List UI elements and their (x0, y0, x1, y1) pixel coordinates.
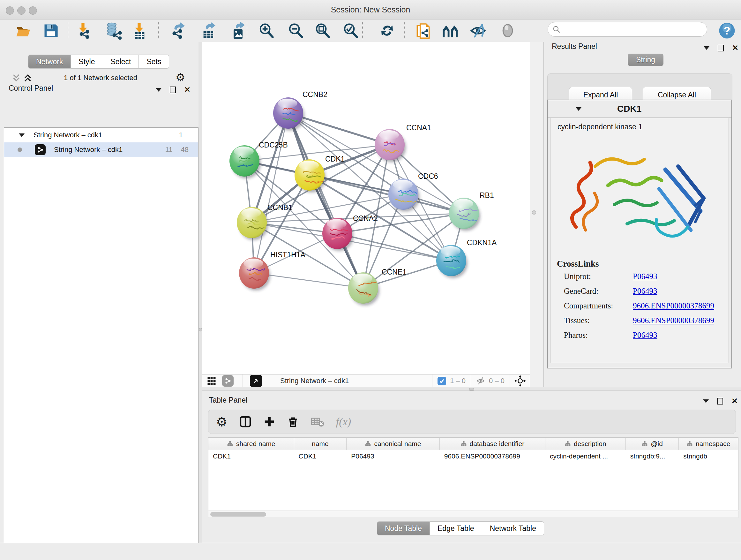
zoom-selected-button[interactable] (340, 21, 360, 41)
tab-string[interactable]: String (628, 54, 664, 66)
selected-checkbox-icon[interactable] (437, 377, 446, 385)
birds-eye-view-icon[interactable] (250, 375, 262, 387)
column-header-name[interactable]: name (294, 438, 347, 450)
open-session-button[interactable] (14, 21, 33, 41)
column-type-icon (227, 441, 233, 447)
results-panel-float-icon[interactable] (718, 45, 724, 51)
scrollbar-thumb[interactable] (210, 512, 266, 516)
import-table-from-file-button[interactable] (129, 21, 149, 41)
tab-select[interactable]: Select (103, 55, 139, 69)
search-input[interactable] (561, 25, 696, 34)
table-cell[interactable]: CDK1 (208, 450, 294, 462)
column-header-label: description (574, 440, 606, 448)
tab-network[interactable]: Network (28, 55, 71, 69)
network-view-title: String Network – cdk1 (280, 377, 349, 385)
column-header-description[interactable]: description (545, 438, 626, 450)
zoom-fit-button[interactable] (313, 21, 332, 41)
gene-collapse-icon[interactable] (576, 107, 582, 111)
crosslink-link[interactable]: P06493 (633, 272, 657, 281)
control-panel-float-icon[interactable] (170, 86, 176, 93)
help-button[interactable]: ? (717, 21, 737, 41)
hidden-eye-slash-icon[interactable] (475, 376, 486, 386)
refresh-view-button[interactable] (377, 21, 397, 41)
import-network-from-database-button[interactable] (104, 21, 124, 41)
svg-text:CDC6: CDC6 (418, 172, 438, 180)
table-cell[interactable]: stringdb:9... (626, 450, 679, 462)
delete-table-icon[interactable] (311, 415, 325, 429)
function-builder-icon[interactable]: f(x) (336, 416, 351, 428)
gene-header-row[interactable]: CDK1 (548, 100, 731, 118)
table-cell[interactable]: CDK1 (294, 450, 347, 462)
first-neighbors-button[interactable] (441, 21, 461, 41)
vertical-splitter-right[interactable] (530, 42, 544, 391)
export-table-button[interactable] (199, 21, 219, 41)
splitter-handle-icon[interactable] (532, 210, 536, 214)
add-column-icon[interactable] (263, 416, 275, 428)
column-header-namespace[interactable]: namespace (679, 438, 738, 450)
show-columns-icon[interactable] (239, 415, 252, 428)
window-title: Session: New Session (0, 5, 741, 14)
import-network-from-file-button[interactable] (73, 21, 93, 41)
delete-column-icon[interactable] (287, 416, 299, 428)
hide-selected-button[interactable] (468, 21, 488, 41)
tab-style[interactable]: Style (71, 55, 103, 69)
table-options-gear-icon[interactable]: ⚙ (216, 415, 227, 428)
zoom-in-button[interactable] (256, 21, 276, 41)
expand-all-networks-button[interactable] (23, 73, 32, 83)
hidden-count: 0 – 0 (489, 377, 504, 385)
tab-edge-table[interactable]: Edge Table (430, 521, 482, 536)
save-session-button[interactable] (41, 21, 61, 41)
table-cell[interactable]: stringdb (679, 450, 738, 462)
show-all-button[interactable] (498, 21, 518, 41)
control-panel-close-icon[interactable]: ✕ (184, 86, 191, 94)
fit-content-crosshair-icon[interactable] (515, 375, 526, 387)
network-badge-icon[interactable] (222, 375, 233, 387)
horizontal-splitter[interactable] (202, 387, 741, 391)
network-options-gear-icon[interactable]: ⚙ (176, 72, 185, 83)
collapse-all-networks-button[interactable] (11, 73, 21, 83)
network-row[interactable]: String Network – cdk1 11 48 (4, 142, 198, 157)
table-cell[interactable]: cyclin-dependent ... (545, 450, 626, 462)
export-network-button[interactable] (168, 21, 188, 41)
control-panel-tabs: Network Style Select Sets (28, 55, 169, 69)
string-network-icon (35, 144, 46, 155)
control-panel-menu-icon[interactable] (156, 88, 161, 91)
network-canvas[interactable]: CCNB2CCNA1CDC25BCDK1CDC6RB1CCNB1CCNA2CDK… (202, 42, 530, 374)
crosslink-label: Compartments: (564, 301, 633, 310)
splitter-handle-icon[interactable] (199, 328, 202, 331)
column-header-shared-name[interactable]: shared name (208, 438, 294, 450)
gene-symbol: CDK1 (617, 104, 642, 114)
collection-collapse-icon[interactable] (19, 133, 24, 137)
results-panel-menu-icon[interactable] (704, 46, 710, 50)
toolbar-search-field[interactable] (548, 22, 707, 37)
splitter-handle-icon[interactable] (469, 388, 474, 391)
zoom-out-button[interactable] (286, 21, 306, 41)
table-panel-float-icon[interactable] (717, 398, 723, 405)
table-cell[interactable]: 9606.ENSP00000378699 (440, 450, 545, 462)
svg-text:CCNA1: CCNA1 (406, 124, 431, 132)
crosslink-link[interactable]: P06493 (633, 287, 657, 296)
network-collection-row[interactable]: String Network – cdk1 1 (4, 128, 198, 142)
tab-network-table[interactable]: Network Table (482, 521, 544, 536)
grid-view-icon[interactable] (207, 376, 216, 386)
new-network-from-selection-button[interactable] (413, 21, 433, 41)
column-header-database-identifier[interactable]: database identifier (440, 438, 545, 450)
table-panel-close-icon[interactable]: ✕ (731, 397, 738, 405)
table-cell[interactable]: P06493 (347, 450, 440, 462)
tab-sets[interactable]: Sets (139, 55, 169, 69)
crosslink-link[interactable]: P06493 (633, 331, 657, 340)
export-image-button[interactable] (228, 21, 248, 41)
table-panel-menu-icon[interactable] (703, 399, 709, 403)
column-header--id[interactable]: @id (626, 438, 679, 450)
vertical-splitter-left[interactable] (199, 42, 202, 543)
network-graph[interactable]: CCNB2CCNA1CDC25BCDK1CDC6RB1CCNB1CCNA2CDK… (202, 42, 530, 374)
results-panel-close-icon[interactable]: ✕ (732, 44, 738, 52)
export-image-icon (229, 22, 247, 40)
tab-node-table[interactable]: Node Table (377, 521, 430, 536)
column-header-label: canonical name (374, 440, 421, 448)
table-horizontal-scrollbar[interactable] (208, 511, 738, 518)
crosslink-link[interactable]: 9606.ENSP00000378699 (633, 301, 714, 310)
crosslink-link[interactable]: 9606.ENSP00000378699 (633, 316, 714, 325)
column-header-canonical-name[interactable]: canonical name (347, 438, 440, 450)
table-row[interactable]: CDK1CDK1P064939606.ENSP00000378699cyclin… (208, 450, 738, 462)
